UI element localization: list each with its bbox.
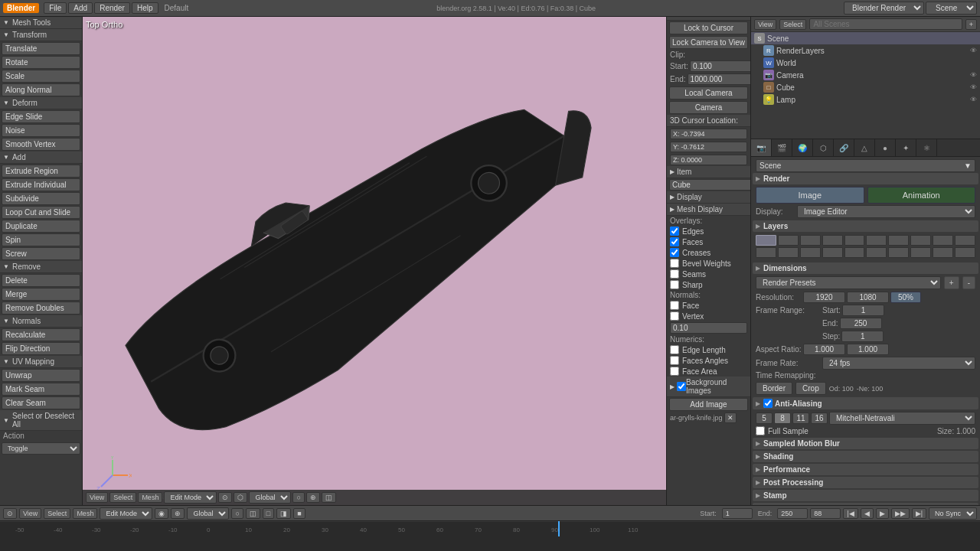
- extrude-region-btn[interactable]: Extrude Region: [2, 165, 80, 178]
- transform-header[interactable]: ▼ Transform: [0, 29, 82, 41]
- end-frame-input[interactable]: [777, 508, 808, 519]
- local-camera-btn[interactable]: Local Camera: [669, 86, 748, 99]
- select-btn[interactable]: Select: [44, 508, 70, 519]
- mark-seam-btn[interactable]: Mark Seam: [2, 383, 80, 396]
- vp-snap-btn[interactable]: ⊕: [306, 492, 320, 503]
- renderer-select[interactable]: Blender Render: [844, 2, 924, 15]
- toolbar-icon-btn[interactable]: ⊙: [3, 508, 17, 519]
- outliner-view-btn[interactable]: View: [754, 19, 776, 30]
- lock-to-cursor-btn[interactable]: Lock to Cursor: [669, 21, 748, 34]
- render-presets-del[interactable]: -: [962, 276, 975, 289]
- layer-5[interactable]: [844, 235, 865, 246]
- mesh-display-header[interactable]: ▶ Mesh Display: [667, 204, 750, 216]
- start-frame-input[interactable]: [842, 305, 884, 316]
- layers-header[interactable]: ▶ Layers: [753, 220, 978, 232]
- overlay-toggle[interactable]: ◫: [246, 508, 260, 519]
- mesh-tools-header[interactable]: ▼ Mesh Tools: [0, 17, 82, 29]
- engine-btn[interactable]: Scene ▼: [756, 159, 975, 172]
- render-layers-eye[interactable]: 👁: [970, 47, 977, 54]
- play-end-btn[interactable]: ▶▶: [891, 508, 910, 519]
- aspect-y-input[interactable]: [847, 344, 889, 355]
- layer-1[interactable]: [756, 235, 776, 246]
- layer-7[interactable]: [888, 235, 909, 246]
- extrude-individual-btn[interactable]: Extrude Individual: [2, 178, 80, 191]
- creases-checkbox[interactable]: [670, 248, 679, 257]
- camera-eye[interactable]: 👁: [970, 71, 977, 79]
- layer-16[interactable]: [866, 247, 887, 258]
- rotate-btn[interactable]: Rotate: [2, 56, 80, 69]
- clear-seam-btn[interactable]: Clear Seam: [2, 396, 80, 409]
- menu-help[interactable]: Help: [132, 2, 158, 14]
- scale-btn[interactable]: Scale: [2, 70, 80, 83]
- lamp-eye[interactable]: 👁: [970, 96, 977, 103]
- tab-data[interactable]: △: [854, 139, 875, 156]
- layer-3[interactable]: [800, 235, 821, 246]
- tab-scene[interactable]: 🎬: [772, 139, 792, 156]
- subdivide-btn[interactable]: Subdivide: [2, 192, 80, 205]
- flip-direction-btn[interactable]: Flip Direction: [2, 342, 80, 355]
- performance-header[interactable]: ▶ Performance: [753, 464, 978, 475]
- layer-2[interactable]: [778, 235, 799, 246]
- outliner-item-lamp[interactable]: 💡 Lamp 👁: [751, 93, 980, 106]
- layer-12[interactable]: [778, 247, 799, 258]
- screw-btn[interactable]: Screw: [2, 247, 80, 260]
- crop-btn[interactable]: Crop: [795, 382, 826, 395]
- edge-length-checkbox[interactable]: [670, 345, 679, 354]
- item-value-input[interactable]: [669, 179, 750, 191]
- faces-angles-checkbox[interactable]: [670, 356, 679, 365]
- clip-end-input[interactable]: [688, 73, 750, 85]
- pivot-icon-btn[interactable]: ◉: [155, 508, 168, 519]
- delete-btn[interactable]: Delete: [2, 274, 80, 287]
- aa-method-select[interactable]: Mitchell-Netravali: [829, 412, 975, 425]
- vp-view-icon[interactable]: ⊙: [218, 492, 232, 503]
- render-presets-add[interactable]: +: [944, 276, 959, 289]
- add-image-btn[interactable]: Add Image: [669, 398, 748, 411]
- seams-checkbox[interactable]: [670, 269, 679, 279]
- outliner-item-cube[interactable]: □ Cube 👁: [751, 81, 980, 93]
- end-frame-input[interactable]: [840, 318, 882, 329]
- layer-4[interactable]: [822, 235, 843, 246]
- viewport-container[interactable]: Top Ortho: [83, 17, 666, 505]
- aa-val-16[interactable]: 16: [811, 412, 828, 424]
- bevel-weights-checkbox[interactable]: [670, 259, 679, 268]
- merge-btn[interactable]: Merge: [2, 288, 80, 301]
- layer-13[interactable]: [800, 247, 821, 258]
- duplicate-btn[interactable]: Duplicate: [2, 220, 80, 233]
- remove-header[interactable]: ▼ Remove: [0, 261, 82, 273]
- prop-edit-btn[interactable]: ○: [231, 508, 243, 519]
- bg-images-checkbox[interactable]: [677, 382, 686, 391]
- action-select[interactable]: Toggle: [2, 442, 80, 455]
- select-all-header[interactable]: ▼ Select or Deselect All: [0, 410, 82, 431]
- tab-render[interactable]: 📷: [751, 139, 772, 156]
- res-x-input[interactable]: [803, 292, 845, 303]
- layer-17[interactable]: [888, 247, 909, 258]
- recalculate-btn[interactable]: Recalculate: [2, 328, 80, 341]
- shading-header[interactable]: ▶ Shading: [753, 451, 978, 462]
- shading-btn-3[interactable]: ■: [293, 508, 305, 519]
- menu-render[interactable]: Render: [94, 2, 130, 14]
- tab-physics[interactable]: ⚛: [916, 139, 937, 156]
- cube-eye[interactable]: 👁: [970, 83, 977, 91]
- menu-file[interactable]: File: [44, 2, 67, 14]
- unwrap-btn[interactable]: Unwrap: [2, 369, 80, 382]
- render-section-header[interactable]: ▶ Render: [753, 173, 978, 184]
- scene-select[interactable]: Scene: [926, 2, 977, 15]
- snap-btn[interactable]: ⊕: [171, 508, 185, 519]
- timeline-bar[interactable]: -50 -40 -30 -20 -10 0 10 20 30 40 50 60 …: [0, 521, 980, 536]
- play-btn[interactable]: ▶: [876, 508, 889, 519]
- layer-9[interactable]: [933, 235, 953, 246]
- display-select[interactable]: Image Editor: [797, 205, 975, 218]
- tab-object[interactable]: ⬡: [813, 139, 834, 156]
- vp-transform-select[interactable]: Global: [249, 491, 291, 504]
- tab-constraints[interactable]: 🔗: [834, 139, 854, 156]
- camera-btn[interactable]: Camera: [669, 101, 748, 114]
- outliner-search[interactable]: [809, 18, 962, 30]
- layer-8[interactable]: [910, 235, 931, 246]
- current-frame-input[interactable]: [810, 508, 841, 519]
- render-presets-select[interactable]: Render Presets: [756, 276, 941, 289]
- border-btn[interactable]: Border: [756, 382, 792, 395]
- vertex-normals-checkbox[interactable]: [670, 311, 679, 321]
- mesh-btn[interactable]: Mesh: [73, 508, 97, 519]
- item-section-header[interactable]: ▶ Item: [667, 166, 750, 178]
- outliner-item-camera[interactable]: 📷 Camera 👁: [751, 69, 980, 81]
